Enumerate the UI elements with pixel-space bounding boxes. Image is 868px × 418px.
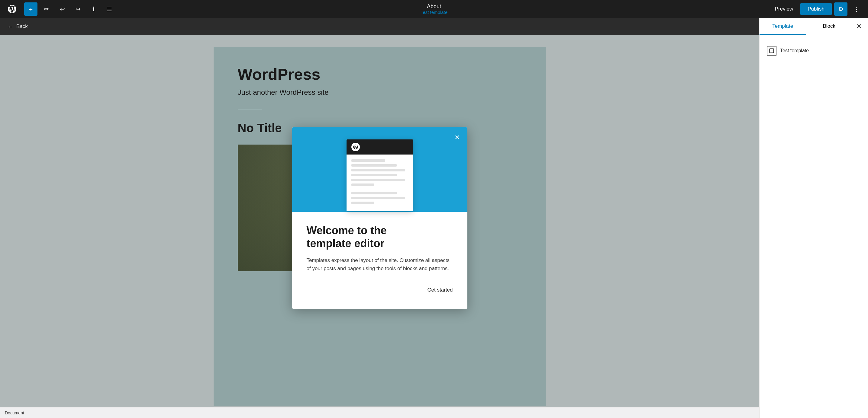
modal-close-button[interactable]: ✕ bbox=[452, 132, 463, 143]
preview-line bbox=[351, 179, 405, 181]
modal-preview-card bbox=[346, 139, 413, 211]
preview-line bbox=[351, 197, 405, 199]
preview-line bbox=[351, 202, 374, 204]
add-block-button[interactable]: ＋ bbox=[24, 2, 37, 16]
modal-preview-header bbox=[346, 139, 413, 154]
preview-line bbox=[351, 183, 374, 186]
svg-rect-0 bbox=[770, 48, 774, 53]
publish-button[interactable]: Publish bbox=[800, 3, 832, 15]
tab-block[interactable]: Block bbox=[806, 19, 852, 35]
preview-line bbox=[351, 174, 397, 176]
right-panel: Template Block ✕ Test template bbox=[759, 18, 868, 418]
redo-button[interactable]: ↪ bbox=[71, 2, 85, 16]
toolbar-center: About Test template bbox=[421, 3, 447, 15]
tools-button[interactable]: ✏ bbox=[40, 2, 53, 16]
content-area: ← Back WordPress Just another WordPress … bbox=[0, 18, 868, 418]
modal-description: Templates express the layout of the site… bbox=[307, 256, 453, 273]
tab-template[interactable]: Template bbox=[760, 19, 806, 35]
modal-title: Welcome to thetemplate editor bbox=[307, 224, 453, 250]
preview-line bbox=[351, 169, 405, 171]
toolbar-right: Preview Publish ⚙ ⋮ bbox=[770, 2, 863, 16]
modal-footer: Get started bbox=[307, 285, 453, 298]
template-name-link[interactable]: Test template bbox=[421, 10, 447, 15]
welcome-modal: ✕ bbox=[292, 127, 467, 309]
modal-preview-wp-logo bbox=[351, 143, 360, 151]
preview-button[interactable]: Preview bbox=[770, 4, 798, 14]
modal-overlay: ✕ bbox=[0, 18, 759, 418]
modal-body: Welcome to thetemplate editor Templates … bbox=[292, 212, 467, 309]
preview-line bbox=[351, 159, 385, 162]
list-view-button[interactable]: ☰ bbox=[103, 2, 116, 16]
template-item: Test template bbox=[767, 42, 861, 59]
right-panel-content: Test template bbox=[760, 35, 868, 66]
preview-line bbox=[351, 164, 397, 167]
details-button[interactable]: ℹ bbox=[87, 2, 100, 16]
page-title: About bbox=[427, 3, 441, 10]
top-toolbar: ＋ ✏ ↩ ↪ ℹ ☰ About Test template Preview … bbox=[0, 0, 868, 18]
get-started-button[interactable]: Get started bbox=[427, 285, 453, 295]
close-panel-button[interactable]: ✕ bbox=[852, 20, 866, 33]
modal-top: ✕ bbox=[292, 127, 467, 212]
settings-button[interactable]: ⚙ bbox=[834, 2, 847, 16]
undo-button[interactable]: ↩ bbox=[56, 2, 69, 16]
preview-line bbox=[351, 192, 397, 195]
right-panel-header: Template Block ✕ bbox=[760, 18, 868, 35]
template-icon bbox=[767, 46, 776, 56]
modal-preview-body bbox=[346, 154, 413, 211]
template-item-name: Test template bbox=[780, 48, 809, 54]
wp-logo bbox=[5, 2, 19, 16]
more-options-button[interactable]: ⋮ bbox=[850, 2, 863, 16]
editor-main: ← Back WordPress Just another WordPress … bbox=[0, 18, 759, 418]
